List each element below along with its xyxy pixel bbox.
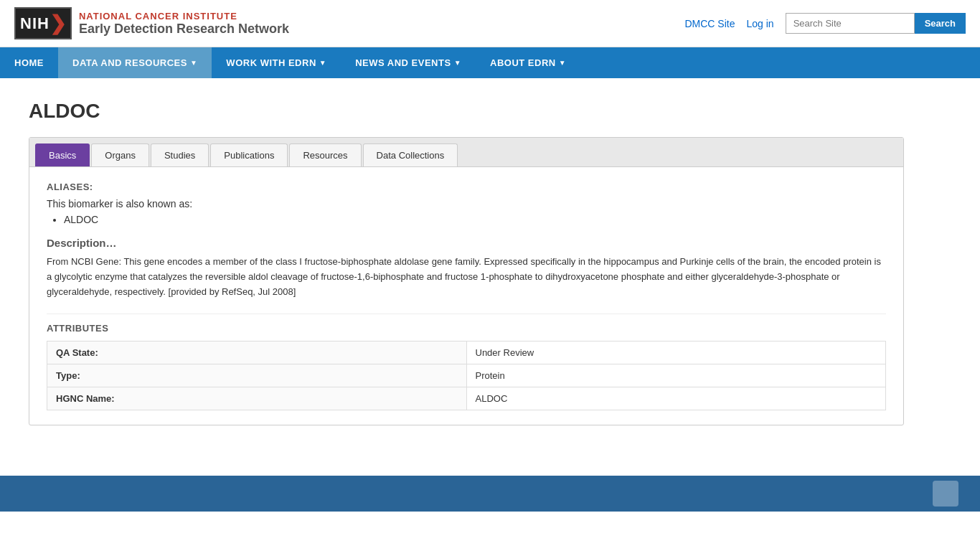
top-bar-right: DMCC Site Log in Search [684, 13, 966, 34]
aliases-intro: This biomarker is also known as: [47, 198, 886, 209]
attributes-table: QA State: Under Review Type: Protein HGN… [47, 341, 886, 410]
attributes-divider [47, 314, 886, 314]
dmcc-site-link[interactable]: DMCC Site [684, 18, 735, 29]
org-name: NATIONAL CANCER INSTITUTE Early Detectio… [79, 11, 289, 37]
nav-item-about[interactable]: ABOUT EDRN ▼ [476, 47, 580, 78]
top-bar: NIH ❯ NATIONAL CANCER INSTITUTE Early De… [0, 0, 980, 47]
aliases-label: ALIASES: [47, 182, 886, 192]
table-row: HGNC Name: ALDOC [47, 387, 886, 410]
table-row: QA State: Under Review [47, 342, 886, 364]
table-row: Type: Protein [47, 364, 886, 387]
description-heading: Description… [47, 237, 886, 249]
attr-key-type: Type: [47, 364, 467, 387]
tab-bar: Basics Organs Studies Publications Resou… [29, 138, 903, 167]
tab-organs[interactable]: Organs [91, 143, 149, 166]
nav-item-data-resources[interactable]: DATA AND RESOURCES ▼ [58, 47, 212, 78]
tab-publications[interactable]: Publications [210, 143, 288, 166]
attr-key-hgnc: HGNC Name: [47, 387, 467, 410]
nav-item-work-edrn[interactable]: WORK WITH EDRN ▼ [212, 47, 341, 78]
org-name-bottom: Early Detection Research Network [79, 22, 289, 37]
org-name-top: NATIONAL CANCER INSTITUTE [79, 11, 289, 22]
list-item: ALDOC [64, 214, 886, 225]
tab-data-collections[interactable]: Data Collections [363, 143, 458, 166]
attr-val-type: Protein [466, 364, 886, 387]
nih-arrow: ❯ [50, 11, 66, 35]
attributes-label: ATTRIBUTES [47, 323, 886, 334]
nav-item-home[interactable]: HOME [0, 47, 58, 78]
search-input[interactable] [786, 13, 915, 34]
content-card: Basics Organs Studies Publications Resou… [29, 137, 904, 425]
nav-arrow-news: ▼ [454, 59, 461, 67]
main-content: ALDOC Basics Organs Studies Publications… [0, 78, 933, 447]
footer [0, 476, 980, 512]
footer-icon [933, 481, 958, 507]
alias-list: ALDOC [64, 214, 886, 225]
nav-arrow-data: ▼ [190, 59, 197, 67]
card-body: ALIASES: This biomarker is also known as… [29, 167, 903, 425]
nih-text: NIH [20, 14, 50, 33]
tab-studies[interactable]: Studies [151, 143, 209, 166]
tab-resources[interactable]: Resources [289, 143, 361, 166]
search-button[interactable]: Search [915, 13, 966, 34]
page-title: ALDOC [29, 100, 904, 123]
search-area: Search [786, 13, 966, 34]
attr-val-hgnc: ALDOC [466, 387, 886, 410]
attr-val-qa: Under Review [466, 342, 886, 364]
nih-logo: NIH ❯ [14, 7, 72, 39]
nav-arrow-work: ▼ [319, 59, 326, 67]
logo-area: NIH ❯ NATIONAL CANCER INSTITUTE Early De… [14, 7, 289, 39]
nav-arrow-about: ▼ [559, 59, 566, 67]
nav-item-news-events[interactable]: NEWS AND EVENTS ▼ [341, 47, 476, 78]
login-link[interactable]: Log in [746, 18, 773, 29]
description-text: From NCBI Gene: This gene encodes a memb… [47, 255, 886, 299]
tab-basics[interactable]: Basics [35, 143, 90, 166]
attr-key-qa: QA State: [47, 342, 467, 364]
main-nav: HOME DATA AND RESOURCES ▼ WORK WITH EDRN… [0, 47, 980, 78]
